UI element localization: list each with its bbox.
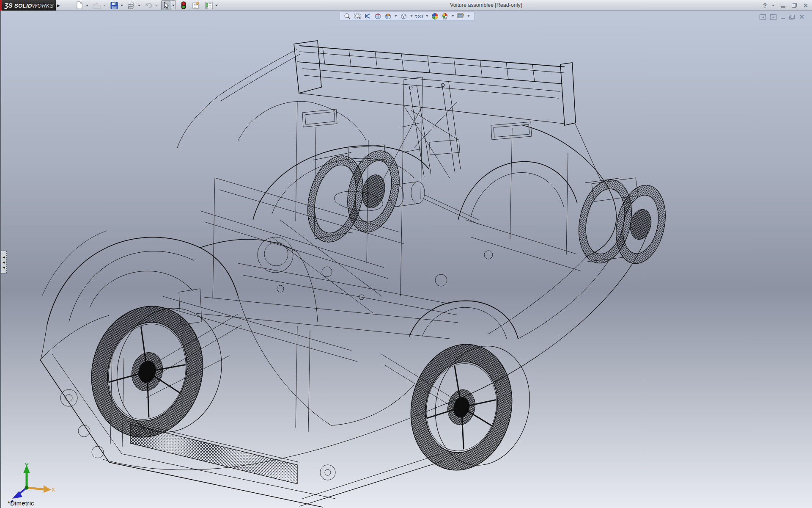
rear-wing bbox=[219, 41, 602, 183]
note-hand-icon[interactable] bbox=[191, 0, 201, 10]
open-button[interactable] bbox=[92, 0, 107, 10]
document-window-controls: ◂ ▸ ✕ bbox=[760, 13, 804, 21]
collapse-arrow-icon: ◀ bbox=[3, 256, 5, 259]
undo-button[interactable] bbox=[144, 0, 159, 10]
close-button[interactable]: ✕ bbox=[802, 2, 809, 9]
triad-y-axis bbox=[23, 463, 30, 490]
reference-triad: Z X bbox=[8, 461, 55, 504]
hide-show-items-button[interactable] bbox=[415, 12, 423, 20]
help-button[interactable]: ? bbox=[763, 2, 767, 9]
save-button[interactable] bbox=[109, 0, 124, 10]
view-settings-button[interactable] bbox=[457, 12, 465, 20]
cursor-arrow-icon[interactable] bbox=[161, 0, 171, 10]
zoom-to-fit-button[interactable] bbox=[343, 12, 351, 20]
help-dropdown-caret[interactable] bbox=[771, 0, 775, 10]
close-document-button[interactable]: ✕ bbox=[799, 13, 804, 21]
view-orientation-label: *Dimetric bbox=[8, 500, 34, 507]
collapse-arrow-icon: ◀ bbox=[3, 261, 5, 264]
rebuild-button[interactable] bbox=[178, 0, 189, 10]
edit-appearance-button[interactable] bbox=[431, 12, 439, 20]
menu-flyout-arrow-icon[interactable]: ▶ bbox=[56, 1, 61, 9]
section-view-button[interactable] bbox=[374, 12, 382, 20]
undo-dropdown-caret[interactable] bbox=[154, 0, 159, 10]
options-button[interactable] bbox=[204, 0, 219, 10]
restore-document-button[interactable] bbox=[789, 15, 795, 19]
undo-arrow-icon[interactable] bbox=[144, 0, 154, 10]
save-dropdown-caret[interactable] bbox=[119, 0, 124, 10]
collapse-arrow-icon: ◀ bbox=[3, 266, 5, 269]
print-button[interactable] bbox=[126, 0, 141, 10]
new-dropdown-caret[interactable] bbox=[85, 0, 89, 10]
options-dropdown-caret[interactable] bbox=[214, 0, 219, 10]
titlebar-right-controls: ? ✕ bbox=[763, 0, 809, 11]
floppy-disk-icon[interactable] bbox=[109, 0, 119, 10]
pane-left-button[interactable]: ◂ bbox=[760, 14, 766, 20]
solidworks-logo: ƷSSOLIDWORKS bbox=[0, 0, 56, 11]
document-title: Voiture assomblee [Read-only] bbox=[450, 0, 522, 11]
options-list-icon[interactable] bbox=[204, 0, 214, 10]
restore-button[interactable] bbox=[790, 2, 798, 9]
hide-show-items-caret[interactable] bbox=[425, 15, 429, 17]
view-settings-caret[interactable] bbox=[467, 15, 470, 17]
heads-up-view-toolbar bbox=[339, 11, 475, 21]
print-dropdown-caret[interactable] bbox=[137, 0, 141, 10]
file-properties-button[interactable] bbox=[191, 0, 201, 10]
feature-tree-collapsed-tab[interactable]: ◀ ◀ ◀ bbox=[1, 251, 7, 273]
minimize-button[interactable] bbox=[779, 2, 787, 9]
pane-right-button[interactable]: ▸ bbox=[770, 14, 776, 20]
apply-scene-button[interactable] bbox=[441, 12, 449, 20]
select-dropdown-caret[interactable] bbox=[171, 0, 176, 10]
new-document-button[interactable] bbox=[74, 0, 89, 10]
logo-red-stripe bbox=[0, 0, 2, 11]
car-wireframe bbox=[40, 41, 672, 507]
view-orientation-button[interactable] bbox=[384, 12, 392, 20]
wheel-rear-right bbox=[572, 175, 672, 268]
apply-scene-caret[interactable] bbox=[451, 15, 455, 17]
chassis-structure bbox=[60, 77, 638, 480]
graphics-viewport[interactable]: ◂ ▸ ✕ ◀ ◀ ◀ Z X *Dimetric bbox=[0, 11, 812, 508]
triad-x-label: X bbox=[52, 487, 55, 493]
wheel-front-left bbox=[78, 291, 234, 453]
title-bar: ƷSSOLIDWORKS ▶ bbox=[0, 0, 812, 11]
traffic-light-icon[interactable] bbox=[178, 0, 189, 10]
open-dropdown-caret[interactable] bbox=[102, 0, 107, 10]
ds-logo-icon: ƷS bbox=[4, 2, 13, 9]
wireframe-model-voiture[interactable] bbox=[1, 11, 812, 508]
zoom-to-area-button[interactable] bbox=[354, 12, 362, 20]
previous-view-button[interactable] bbox=[364, 12, 372, 20]
triad-x-axis: X bbox=[27, 485, 55, 493]
new-page-icon[interactable] bbox=[74, 0, 85, 10]
select-tool-button[interactable] bbox=[161, 0, 176, 10]
open-folder-icon[interactable] bbox=[92, 0, 102, 10]
main-toolbar bbox=[74, 0, 221, 11]
printer-icon[interactable] bbox=[126, 0, 137, 10]
display-style-caret[interactable] bbox=[410, 15, 413, 17]
minimize-document-button[interactable] bbox=[781, 15, 785, 19]
display-style-button[interactable] bbox=[400, 12, 408, 20]
view-orientation-caret[interactable] bbox=[394, 15, 398, 17]
brand-text: ƷSSOLIDWORKS bbox=[4, 2, 54, 9]
